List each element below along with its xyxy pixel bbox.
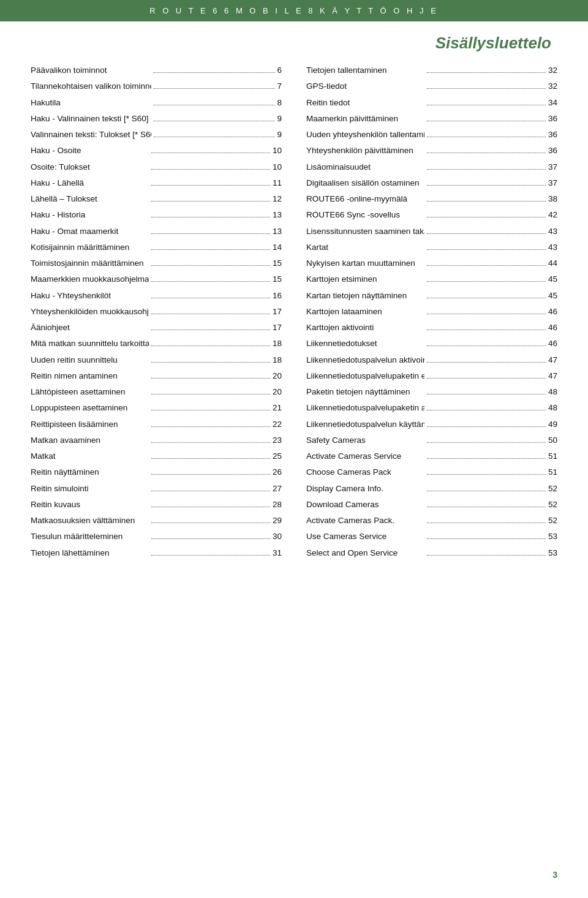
toc-label: Haku - Omat maamerkit [31, 225, 149, 238]
toc-page: 47 [548, 370, 557, 382]
toc-dots [427, 88, 545, 89]
toc-dots [151, 217, 270, 217]
toc-page: 12 [273, 193, 282, 205]
toc-dots [427, 201, 545, 202]
toc-dots [151, 442, 270, 443]
toc-page: 31 [273, 547, 282, 559]
toc-page: 38 [548, 193, 557, 205]
toc-page: 8 [277, 97, 282, 109]
toc-entry: Karttojen etsiminen45 [306, 273, 557, 285]
toc-entry: Use Cameras Service53 [306, 530, 557, 543]
toc-label: Reittipisteen lisääminen [31, 418, 149, 431]
toc-page: 48 [548, 386, 557, 398]
toc-page: 28 [273, 499, 282, 511]
toc-label: Paketin tietojen näyttäminen [306, 386, 424, 398]
toc-page: 32 [548, 80, 557, 92]
toc-entry: Liikennetiedotuspalvelun käyttäminen49 [306, 418, 557, 431]
toc-page: 36 [548, 113, 557, 125]
toc-page: 46 [548, 322, 557, 334]
toc-entry: Matkan avaaminen23 [31, 434, 282, 447]
header-bar: R O U T E 6 6 M O B I L E 8 K ä y t t ö … [0, 0, 588, 21]
toc-entry: Reitin tiedot34 [306, 97, 557, 109]
toc-dots [427, 410, 545, 410]
toc-entry: Select and Open Service53 [306, 547, 557, 559]
toc-dots [427, 121, 545, 121]
toc-dots [427, 394, 545, 394]
toc-page: 10 [273, 161, 282, 173]
header-title: R O U T E 6 6 M O B I L E 8 K ä y t t ö … [149, 6, 439, 15]
toc-entry: Reitin kuvaus28 [31, 499, 282, 511]
toc-entry: Karttojen lataaminen46 [306, 306, 557, 318]
toc-label: Loppupisteen asettaminen [31, 402, 149, 414]
toc-label: Karttojen lataaminen [306, 306, 424, 318]
toc-dots [427, 137, 545, 137]
toc-entry: Liikennetiedotukset46 [306, 338, 557, 350]
toc-dots [151, 474, 270, 475]
toc-dots [151, 394, 270, 394]
toc-label: Matkaosuuksien välttäminen [31, 515, 149, 527]
toc-page: 16 [273, 290, 282, 302]
toc-entry: Display Camera Info.52 [306, 483, 557, 495]
toc-page: 15 [273, 257, 282, 270]
toc-dots [151, 507, 270, 507]
toc-label: Liikennetiedotukset [306, 338, 424, 350]
toc-entry: Tietojen tallentaminen32 [306, 64, 557, 77]
toc-entry: Loppupisteen asettaminen21 [31, 402, 282, 414]
toc-label: Activate Cameras Pack. [306, 515, 424, 527]
toc-page: 14 [273, 241, 282, 254]
toc-page: 43 [548, 241, 557, 254]
toc-label: Liikennetiedotuspalvelun käyttäminen [306, 418, 424, 431]
toc-entry: Haku - Historia13 [31, 209, 282, 221]
toc-dots [427, 314, 545, 314]
toc-entry: Activate Cameras Pack.52 [306, 515, 557, 527]
toc-dots [151, 249, 270, 250]
toc-dots [427, 538, 545, 539]
toc-dots [151, 169, 270, 170]
toc-dots [151, 491, 270, 491]
toc-label: Maamerkin päivittäminen [306, 113, 424, 125]
toc-entry: Karttojen aktivointi46 [306, 322, 557, 334]
toc-label: Kotisijainnin määrittäminen [31, 241, 149, 254]
toc-entry: Liikennetiedotuspalvelupaketin aktivoint… [306, 402, 557, 414]
toc-entry: Liikennetiedotuspalvelun aktivointi47 [306, 354, 557, 366]
toc-label: Karttojen etsiminen [306, 273, 424, 285]
toc-entry: ROUTE66 Sync -sovellus42 [306, 209, 557, 221]
toc-page: 32 [548, 64, 557, 77]
toc-label: Reitin nimen antaminen [31, 370, 149, 382]
toc-dots [151, 314, 270, 314]
toc-label: ROUTE66 Sync -sovellus [306, 209, 424, 221]
toc-entry: Lisäominaisuudet37 [306, 161, 557, 173]
toc-entry: Kartat43 [306, 241, 557, 254]
toc-entry: Safety Cameras50 [306, 434, 557, 447]
toc-dots [427, 458, 545, 459]
toc-entry: Choose Cameras Pack51 [306, 466, 557, 478]
toc-page: 18 [273, 354, 282, 366]
page-title-area: Sisällysluettelo [435, 34, 551, 53]
toc-entry: Maamerkin päivittäminen36 [306, 113, 557, 125]
toc-entry: Päävalikon toiminnot6 [31, 64, 282, 77]
toc-dots [151, 458, 270, 459]
toc-page: 47 [548, 354, 557, 366]
toc-dots [427, 249, 545, 250]
toc-page: 20 [273, 386, 282, 398]
toc-dots [427, 507, 545, 507]
toc-dots [151, 281, 270, 282]
toc-label: Lähellä – Tulokset [31, 193, 149, 205]
toc-entry: Mitä matkan suunnittelu tarkoittaa?18 [31, 338, 282, 350]
toc-dots [427, 298, 545, 298]
toc-entry: Paketin tietojen näyttäminen48 [306, 386, 557, 398]
toc-page: 51 [548, 466, 557, 478]
toc-dots [427, 105, 545, 105]
toc-dots [151, 555, 270, 556]
toc-entry: Haku - Osoite10 [31, 145, 282, 157]
toc-label: Liikennetiedotuspalvelupaketin aktivoint… [306, 402, 424, 414]
toc-label: Reitin simulointi [31, 483, 149, 495]
toc-dots [151, 201, 270, 202]
toc-page: 25 [273, 450, 282, 462]
toc-dots [427, 72, 545, 73]
toc-label: Karttojen aktivointi [306, 322, 424, 334]
toc-entry: Reittipisteen lisääminen22 [31, 418, 282, 431]
toc-entry: Kartan tietojen näyttäminen45 [306, 290, 557, 302]
toc-entry: Haku - Valinnainen teksti [* S60]9 [31, 113, 282, 125]
toc-page: 48 [548, 402, 557, 414]
